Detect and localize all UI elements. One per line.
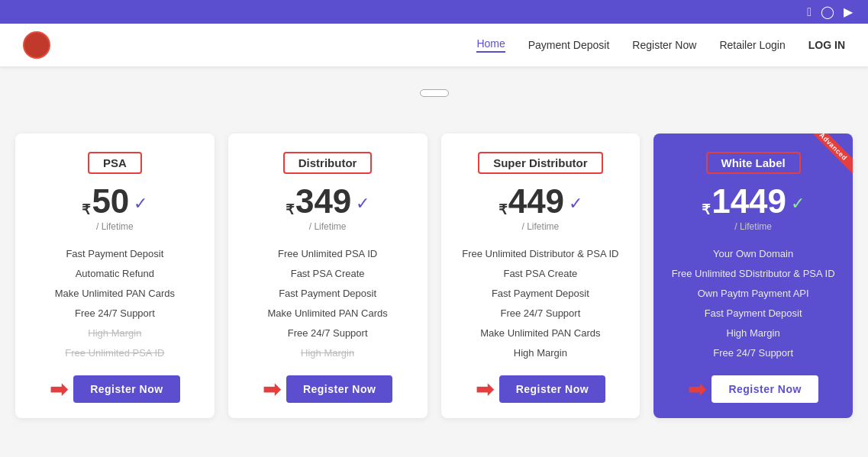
main-content: PSA ₹ 50 ✓ / Lifetime Fast Payment Depos… — [0, 66, 868, 449]
price-amount: 50 — [92, 185, 129, 218]
feature-item: Make Unlimited PAN Cards — [242, 304, 414, 323]
feature-item: Fast Payment Deposit — [242, 284, 414, 304]
feature-item: Fast Payment Deposit — [29, 244, 201, 264]
register-row: ➡ Register Now — [667, 375, 839, 403]
advanced-label: Advanced — [807, 134, 853, 174]
features-list: Free Unlimited PSA IDFast PSA CreateFast… — [242, 244, 414, 363]
rupee-symbol: ₹ — [702, 201, 710, 218]
feature-item: Your Own Domain — [667, 244, 839, 264]
feature-item: Automatic Refund — [29, 264, 201, 284]
check-icon: ✓ — [569, 194, 582, 214]
arrow-icon: ➡ — [263, 377, 280, 402]
plan-title: White Label — [706, 152, 801, 174]
advanced-corner: Advanced — [807, 134, 853, 179]
logo-circle — [23, 31, 50, 59]
nav-retailer-login[interactable]: Retailer Login — [719, 39, 785, 51]
feature-item: Free 24/7 Support — [29, 304, 201, 323]
feature-item: High Margin — [29, 323, 201, 343]
feature-item: Free Unlimited Distributor & PSA ID — [455, 244, 627, 264]
plan-card-psa: PSA ₹ 50 ✓ / Lifetime Fast Payment Depos… — [15, 134, 215, 418]
price-amount: 349 — [295, 185, 351, 218]
nav: Home Payment Deposit Register Now Retail… — [476, 37, 845, 53]
plan-card-distributor: Distributor ₹ 349 ✓ / Lifetime Free Unli… — [228, 134, 428, 418]
register-button[interactable]: Register Now — [712, 375, 818, 403]
nav-login[interactable]: LOG IN — [808, 39, 845, 51]
nav-payment-deposit[interactable]: Payment Deposit — [528, 39, 610, 51]
feature-item: Free Unlimited PSA ID — [29, 343, 201, 363]
register-button[interactable]: Register Now — [286, 375, 392, 403]
check-icon: ✓ — [356, 194, 369, 214]
feature-item: Free Unlimited SDistributor & PSA ID — [667, 264, 839, 284]
price-amount: 449 — [508, 185, 564, 218]
facebook-icon[interactable]:  — [807, 5, 812, 19]
feature-item: Free 24/7 Support — [242, 323, 414, 343]
header: Home Payment Deposit Register Now Retail… — [0, 24, 868, 66]
price-row: ₹ 1449 ✓ — [667, 185, 839, 218]
feature-item: Fast PSA Create — [455, 264, 627, 284]
plan-title: PSA — [88, 152, 142, 174]
feature-item: Free 24/7 Support — [667, 343, 839, 363]
register-row: ➡ Register Now — [455, 375, 627, 403]
arrow-icon: ➡ — [476, 377, 493, 402]
check-icon: ✓ — [791, 194, 805, 214]
rupee-symbol: ₹ — [499, 201, 507, 218]
feature-item: Own Paytm Payment API — [667, 284, 839, 304]
logo-area — [23, 31, 56, 59]
price-amount: 1449 — [712, 185, 786, 218]
price-row: ₹ 349 ✓ — [242, 185, 414, 218]
feature-item: High Margin — [667, 323, 839, 343]
feature-item: High Margin — [242, 343, 414, 363]
topbar:  ◯ ▶ — [0, 0, 868, 24]
plan-card-super-distributor: Super Distributor ₹ 449 ✓ / Lifetime Fre… — [441, 134, 641, 418]
lifetime-label: / Lifetime — [242, 221, 414, 232]
price-row: ₹ 50 ✓ — [29, 185, 201, 218]
features-list: Your Own DomainFree Unlimited SDistribut… — [667, 244, 839, 363]
rupee-symbol: ₹ — [286, 201, 294, 218]
pricing-badge — [420, 89, 449, 97]
feature-item: Make Unlimited PAN Cards — [29, 284, 201, 304]
feature-item: Free Unlimited PSA ID — [242, 244, 414, 264]
cards-grid: PSA ₹ 50 ✓ / Lifetime Fast Payment Depos… — [15, 134, 853, 418]
register-button[interactable]: Register Now — [73, 375, 179, 403]
topbar-social:  ◯ ▶ — [807, 5, 853, 19]
price-row: ₹ 449 ✓ — [455, 185, 627, 218]
lifetime-label: / Lifetime — [667, 221, 839, 232]
nav-register-now[interactable]: Register Now — [632, 39, 696, 51]
arrow-icon: ➡ — [688, 377, 705, 402]
register-button[interactable]: Register Now — [499, 375, 605, 403]
feature-item: Fast Payment Deposit — [455, 284, 627, 304]
rupee-symbol: ₹ — [82, 201, 90, 218]
plan-card-white-label: Advanced White Label ₹ 1449 ✓ / Lifetime… — [653, 134, 853, 418]
youtube-icon[interactable]: ▶ — [844, 5, 853, 19]
feature-item: Make Unlimited PAN Cards — [455, 323, 627, 343]
feature-item: High Margin — [455, 343, 627, 363]
features-list: Free Unlimited Distributor & PSA IDFast … — [455, 244, 627, 363]
features-list: Fast Payment DepositAutomatic RefundMake… — [29, 244, 201, 363]
feature-item: Free 24/7 Support — [455, 304, 627, 323]
feature-item: Fast Payment Deposit — [667, 304, 839, 323]
feature-item: Fast PSA Create — [242, 264, 414, 284]
plan-title: Distributor — [283, 152, 373, 174]
check-icon: ✓ — [134, 194, 147, 214]
register-row: ➡ Register Now — [242, 375, 414, 403]
arrow-icon: ➡ — [50, 377, 67, 402]
instagram-icon[interactable]: ◯ — [821, 5, 834, 19]
plan-title: Super Distributor — [478, 152, 602, 174]
register-row: ➡ Register Now — [29, 375, 201, 403]
nav-home[interactable]: Home — [476, 37, 505, 53]
lifetime-label: / Lifetime — [455, 221, 627, 232]
lifetime-label: / Lifetime — [29, 221, 201, 232]
